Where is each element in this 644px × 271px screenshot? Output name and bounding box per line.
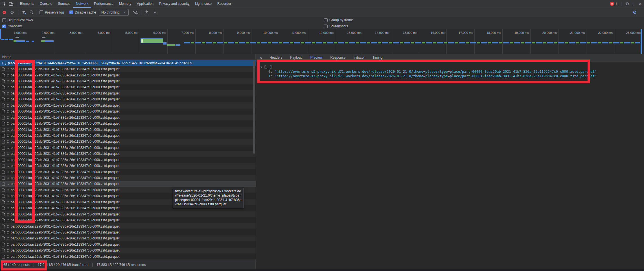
big-request-rows-label: Big request rows xyxy=(8,18,33,22)
resource-state-icon xyxy=(6,164,9,167)
screenshots-checkbox[interactable]: Screenshots xyxy=(324,24,348,28)
filter-icon[interactable] xyxy=(21,8,26,17)
more-options-icon[interactable]: ⋮ xyxy=(632,2,636,6)
overview-checkbox[interactable]: ✓ Overview xyxy=(2,24,22,28)
request-row[interactable]: part-00000-faac29ab-3031-41b7-836a-26e11… xyxy=(0,84,256,90)
request-row[interactable]: part-00001-faac29ab-3031-41b7-836a-26e11… xyxy=(0,248,256,254)
import-har-icon[interactable] xyxy=(144,8,149,17)
device-toolbar-icon[interactable] xyxy=(7,0,15,8)
tab-application[interactable]: Application xyxy=(134,0,156,8)
close-details-icon[interactable]: ✕ xyxy=(256,56,266,60)
request-row[interactable]: part-00001-faac29ab-3031-41b7-836a-26e11… xyxy=(0,151,256,157)
timeline-tick-label: 8,000 ms xyxy=(196,31,222,34)
group-by-frame-checkbox[interactable]: Group by frame xyxy=(324,18,353,22)
tab-sources[interactable]: Sources xyxy=(55,0,73,8)
request-row[interactable]: part-00000-faac29ab-3031-41b7-836a-26e11… xyxy=(0,102,256,108)
tab-console[interactable]: Console xyxy=(37,0,55,8)
throttling-value: No throttling xyxy=(101,10,120,14)
preview-array-item[interactable]: 1: "https://overture-s3-proxy.nik-d71.wo… xyxy=(256,74,644,78)
export-har-icon[interactable] xyxy=(153,8,157,17)
request-row[interactable]: part-00001-faac29ab-3031-41b7-836a-26e11… xyxy=(0,235,256,241)
throttling-select[interactable]: No throttling ▼ xyxy=(99,8,129,17)
checkbox[interactable] xyxy=(324,18,328,22)
details-tab-preview[interactable]: Preview xyxy=(306,54,327,61)
request-row[interactable]: part-00000-faac29ab-3031-41b7-836a-26e11… xyxy=(0,72,256,78)
tab-lighthouse[interactable]: Lighthouse xyxy=(192,0,214,8)
settings-gear-icon[interactable]: ⚙ xyxy=(625,2,629,6)
checkbox[interactable] xyxy=(40,10,43,14)
request-row[interactable]: part-00001-faac29ab-3031-41b7-836a-26e11… xyxy=(0,229,256,235)
timeline-tick-label: 5,000 ms xyxy=(112,31,138,34)
checkbox[interactable]: ✓ xyxy=(69,10,73,14)
request-name: part-00001-faac29ab-3031-41b7-836a-26e11… xyxy=(11,188,119,192)
document-icon xyxy=(2,146,5,150)
network-conditions-icon[interactable] xyxy=(133,8,138,17)
disable-cache-checkbox[interactable]: ✓ Disable cache xyxy=(69,8,96,17)
overview-right-handle[interactable] xyxy=(641,29,642,54)
request-row[interactable]: part-00001-faac29ab-3031-41b7-836a-26e11… xyxy=(0,163,256,169)
details-tab-timing[interactable]: Timing xyxy=(369,54,387,61)
search-icon[interactable] xyxy=(29,8,34,17)
expand-caret-icon[interactable]: ▼ xyxy=(260,66,264,69)
tab-elements[interactable]: Elements xyxy=(17,0,37,8)
request-row[interactable]: part-00001-faac29ab-3031-41b7-836a-26e11… xyxy=(0,133,256,138)
tab-network[interactable]: Network xyxy=(73,0,91,8)
request-row[interactable]: { }places?xmin=-118.29419374465944&xmax=… xyxy=(0,60,256,66)
details-tab-initiator[interactable]: Initiator xyxy=(349,54,368,61)
name-column-header[interactable]: Name xyxy=(0,54,256,60)
network-options-row-1: Big request rows Group by frame xyxy=(0,17,644,23)
checkbox[interactable] xyxy=(324,25,328,28)
request-row[interactable]: part-00001-faac29ab-3031-41b7-836a-26e11… xyxy=(0,139,256,145)
preserve-log-checkbox[interactable]: Preserve log xyxy=(40,8,64,17)
request-row[interactable]: part-00001-faac29ab-3031-41b7-836a-26e11… xyxy=(0,241,256,247)
request-name: part-00000-faac29ab-3031-41b7-836a-26e11… xyxy=(11,97,119,101)
request-row[interactable]: part-00001-faac29ab-3031-41b7-836a-26e11… xyxy=(0,145,256,151)
request-row[interactable]: part-00001-faac29ab-3031-41b7-836a-26e11… xyxy=(0,181,256,187)
request-row[interactable]: part-00000-faac29ab-3031-41b7-836a-26e11… xyxy=(0,90,256,96)
request-name: part-00001-faac29ab-3031-41b7-836a-26e11… xyxy=(11,236,119,240)
preview-array-item[interactable]: 0: "https://overture-s3-proxy.nik-d71.wo… xyxy=(256,69,644,74)
request-row[interactable]: part-00000-faac29ab-3031-41b7-836a-26e11… xyxy=(0,78,256,84)
tab-recorder[interactable]: Recorder xyxy=(214,0,234,8)
overview-left-handle[interactable] xyxy=(0,29,1,39)
inspect-element-icon[interactable] xyxy=(0,0,7,8)
request-row[interactable]: part-00001-faac29ab-3031-41b7-836a-26e11… xyxy=(0,175,256,181)
preview-array-root[interactable]: ▼[,…] xyxy=(256,65,644,69)
close-devtools-icon[interactable]: × xyxy=(639,1,642,6)
request-row[interactable]: part-00001-faac29ab-3031-41b7-836a-26e11… xyxy=(0,127,256,133)
request-name: part-00000-faac29ab-3031-41b7-836a-26e11… xyxy=(11,109,119,113)
request-timing-bar xyxy=(5,39,8,40)
timeline-gridline xyxy=(335,29,335,54)
request-row[interactable]: part-00000-faac29ab-3031-41b7-836a-26e11… xyxy=(0,96,256,102)
network-settings-gear-icon[interactable]: ⚙ xyxy=(633,8,637,17)
details-tab-headers[interactable]: Headers xyxy=(266,54,286,61)
request-row[interactable]: part-00001-faac29ab-3031-41b7-836a-26e11… xyxy=(0,217,256,223)
details-tab-response[interactable]: Response xyxy=(326,54,349,61)
console-error-indicator[interactable]: ✕ 1 xyxy=(610,2,617,6)
request-row[interactable]: part-00001-faac29ab-3031-41b7-836a-26e11… xyxy=(0,114,256,120)
network-overview-timeline[interactable]: 1,000 ms2,000 ms3,000 ms4,000 ms5,000 ms… xyxy=(0,29,644,54)
request-row[interactable]: part-00001-faac29ab-3031-41b7-836a-26e11… xyxy=(0,120,256,126)
details-tab-payload[interactable]: Payload xyxy=(286,54,306,61)
clear-network-log-button[interactable]: ⊘ xyxy=(10,8,14,17)
request-row[interactable]: part-00000-faac29ab-3031-41b7-836a-26e11… xyxy=(0,109,256,114)
request-list-scrollbar[interactable] xyxy=(253,60,255,260)
record-network-log-button[interactable] xyxy=(2,8,6,17)
tab-performance[interactable]: Performance xyxy=(91,0,116,8)
tab-privacy-and-security[interactable]: Privacy and security xyxy=(156,0,192,8)
request-row[interactable]: part-00001-faac29ab-3031-41b7-836a-26e11… xyxy=(0,211,256,217)
timeline-gridline xyxy=(446,29,447,54)
request-row[interactable]: part-00001-faac29ab-3031-41b7-836a-26e11… xyxy=(0,223,256,229)
big-request-rows-checkbox[interactable]: Big request rows xyxy=(2,18,33,22)
request-list: { }places?xmin=-118.29419374465944&xmax=… xyxy=(0,60,256,260)
window-bottom-edge xyxy=(0,269,644,271)
request-row[interactable]: part-00001-faac29ab-3031-41b7-836a-26e11… xyxy=(0,157,256,163)
request-row[interactable]: part-00001-faac29ab-3031-41b7-836a-26e11… xyxy=(0,254,256,259)
checkbox[interactable] xyxy=(2,18,6,22)
request-row[interactable]: part-00000-faac29ab-3031-41b7-836a-26e11… xyxy=(0,66,256,72)
checkbox[interactable]: ✓ xyxy=(2,25,6,28)
document-icon xyxy=(2,182,5,186)
request-row[interactable]: part-00001-faac29ab-3031-41b7-836a-26e11… xyxy=(0,169,256,175)
error-count: 1 xyxy=(615,2,617,6)
tab-memory[interactable]: Memory xyxy=(116,0,134,8)
